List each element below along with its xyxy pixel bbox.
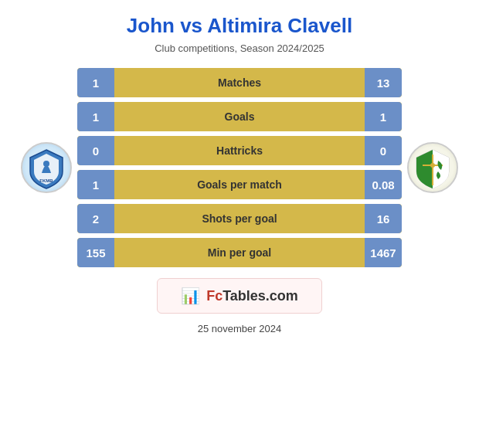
- stat-right-value: 0: [365, 136, 402, 165]
- stat-row: 1Goals per match0.08: [77, 170, 402, 199]
- stat-left-value: 0: [77, 136, 114, 165]
- page-title: John vs Altimira Clavell: [127, 14, 352, 38]
- stat-row: 2Shots per goal16: [77, 204, 402, 233]
- stat-left-value: 2: [77, 204, 114, 233]
- date-label: 25 november 2024: [198, 323, 281, 334]
- stat-row: 1Matches13: [77, 68, 402, 97]
- page-subtitle: Club competitions, Season 2024/2025: [155, 42, 324, 54]
- stat-right-value: 0.08: [365, 170, 402, 199]
- stat-left-value: 1: [77, 102, 114, 131]
- stat-left-value: 155: [77, 238, 114, 267]
- stat-row: 1Goals1: [77, 102, 402, 131]
- stat-right-value: 13: [365, 68, 402, 97]
- stat-right-value: 16: [365, 204, 402, 233]
- svg-text:FKMB: FKMB: [39, 178, 53, 183]
- stat-row: 155Min per goal1467: [77, 238, 402, 267]
- main-content: FKMB 1Matches131Goals10Hattricks01Goals …: [15, 68, 464, 267]
- stat-label: Hattricks: [114, 144, 365, 157]
- page-container: John vs Altimira Clavell Club competitio…: [0, 0, 479, 448]
- betis-logo-svg: [409, 144, 457, 192]
- fkmb-logo-svg: FKMB: [22, 144, 70, 192]
- right-team-logo: [407, 142, 458, 193]
- stat-label: Goals per match: [114, 178, 365, 191]
- logo-left: FKMB: [15, 142, 77, 193]
- fctables-text: FcTables.com: [206, 288, 298, 304]
- left-team-logo: FKMB: [21, 142, 72, 193]
- stat-left-value: 1: [77, 170, 114, 199]
- stat-right-value: 1467: [365, 238, 402, 267]
- fctables-banner: 📊 FcTables.com: [157, 278, 322, 314]
- stats-block: 1Matches131Goals10Hattricks01Goals per m…: [77, 68, 402, 267]
- fctables-icon: 📊: [181, 287, 200, 305]
- stat-left-value: 1: [77, 68, 114, 97]
- svg-point-2: [430, 163, 435, 168]
- stat-row: 0Hattricks0: [77, 136, 402, 165]
- stat-label: Shots per goal: [114, 212, 365, 225]
- stat-label: Matches: [114, 76, 365, 89]
- stat-label: Min per goal: [114, 246, 365, 259]
- logo-right: [402, 142, 464, 193]
- stat-label: Goals: [114, 110, 365, 123]
- stat-right-value: 1: [365, 102, 402, 131]
